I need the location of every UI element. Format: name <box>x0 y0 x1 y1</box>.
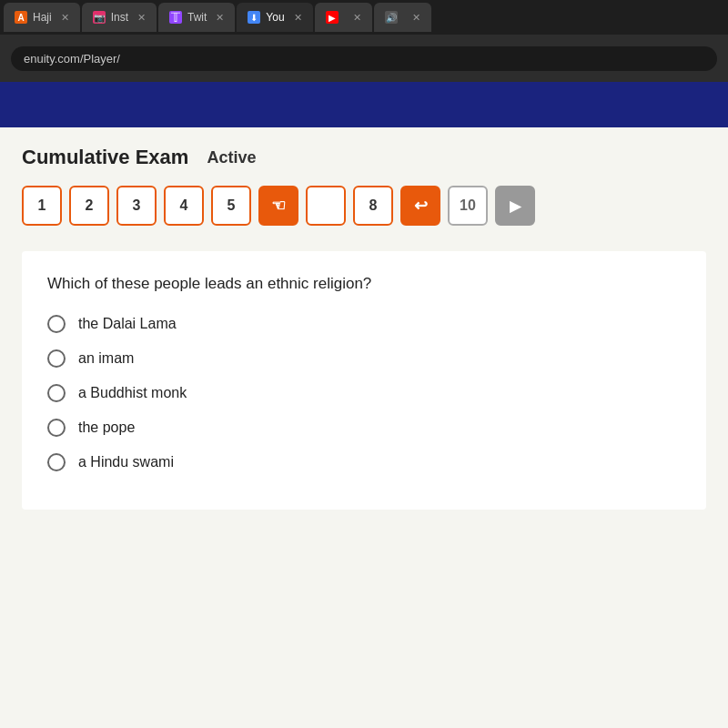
question-text: Which of these people leads an ethnic re… <box>47 273 681 295</box>
tab-haji[interactable]: A Haji ✕ <box>4 3 80 32</box>
exam-header: Cumulative Exam Active <box>22 146 706 169</box>
browser-chrome: A Haji ✕ 📷 Inst ✕ 𝕋 Twit ✕ ⬇ You ✕ ▶ ✕ 🔊… <box>0 0 728 82</box>
tab-you[interactable]: ⬇ You ✕ <box>237 3 312 32</box>
nav-btn-back[interactable]: ☜ <box>258 186 298 226</box>
tab-label-you: You <box>266 11 284 24</box>
tab-icon-you: ⬇ <box>248 11 260 24</box>
tab-label-inst: Inst <box>111 11 128 24</box>
nav-btn-2[interactable]: 2 <box>69 186 109 226</box>
question-area: Which of these people leads an ethnic re… <box>22 251 706 510</box>
tab-close-twit[interactable]: ✕ <box>216 12 224 24</box>
answer-option-b[interactable]: an imam <box>47 349 681 368</box>
answer-option-e[interactable]: a Hindu swami <box>47 453 681 471</box>
tab-icon-snd: 🔊 <box>385 11 398 24</box>
option-text-e: a Hindu swami <box>78 454 174 470</box>
nav-btn-10[interactable]: 10 <box>448 186 488 226</box>
answer-option-c[interactable]: a Buddhist monk <box>47 384 681 402</box>
answer-option-a[interactable]: the Dalai Lama <box>47 315 681 333</box>
radio-e[interactable] <box>47 453 66 471</box>
exam-status: Active <box>207 148 256 167</box>
app-header <box>0 82 728 127</box>
tab-close-haji[interactable]: ✕ <box>61 12 69 24</box>
nav-btn-return[interactable]: ↩ <box>400 186 440 226</box>
tab-twit[interactable]: 𝕋 Twit ✕ <box>158 3 235 32</box>
url-field[interactable]: enuity.com/Player/ <box>11 46 717 71</box>
tab-icon-yt: ▶ <box>326 11 339 24</box>
radio-d[interactable] <box>47 419 66 437</box>
nav-btn-next[interactable]: ▶ <box>495 186 535 226</box>
radio-b[interactable] <box>47 349 66 368</box>
radio-c[interactable] <box>47 384 66 402</box>
tab-close-yt[interactable]: ✕ <box>353 12 361 24</box>
tab-snd[interactable]: 🔊 ✕ <box>374 3 431 32</box>
tab-inst[interactable]: 📷 Inst ✕ <box>82 3 157 32</box>
main-content: Cumulative Exam Active 1 2 3 4 5 ☜ 8 ↩ 1… <box>0 127 728 728</box>
radio-a[interactable] <box>47 315 66 333</box>
tab-icon-inst: 📷 <box>93 11 106 24</box>
tab-close-inst[interactable]: ✕ <box>137 12 146 24</box>
nav-btn-8[interactable]: 8 <box>353 186 393 226</box>
option-text-a: the Dalai Lama <box>78 316 177 332</box>
exam-title: Cumulative Exam <box>22 146 188 169</box>
answer-option-d[interactable]: the pope <box>47 419 681 437</box>
tab-label-haji: Haji <box>33 11 52 24</box>
nav-btn-4[interactable]: 4 <box>164 186 204 226</box>
nav-btn-1[interactable]: 1 <box>22 186 62 226</box>
nav-btn-6[interactable] <box>306 186 346 226</box>
tab-bar: A Haji ✕ 📷 Inst ✕ 𝕋 Twit ✕ ⬇ You ✕ ▶ ✕ 🔊… <box>0 0 728 35</box>
tab-close-you[interactable]: ✕ <box>294 12 302 24</box>
option-text-d: the pope <box>78 420 135 436</box>
tab-icon-haji: A <box>15 11 27 24</box>
option-text-c: a Buddhist monk <box>78 385 187 401</box>
nav-btn-5[interactable]: 5 <box>211 186 251 226</box>
tab-label-twit: Twit <box>187 11 207 24</box>
address-bar: enuity.com/Player/ <box>0 35 728 82</box>
option-text-b: an imam <box>78 350 134 367</box>
question-nav: 1 2 3 4 5 ☜ 8 ↩ 10 ▶ <box>22 186 706 226</box>
nav-btn-3[interactable]: 3 <box>116 186 157 226</box>
tab-close-snd[interactable]: ✕ <box>412 12 420 24</box>
tab-icon-twit: 𝕋 <box>169 11 182 24</box>
tab-yt[interactable]: ▶ ✕ <box>315 3 372 32</box>
